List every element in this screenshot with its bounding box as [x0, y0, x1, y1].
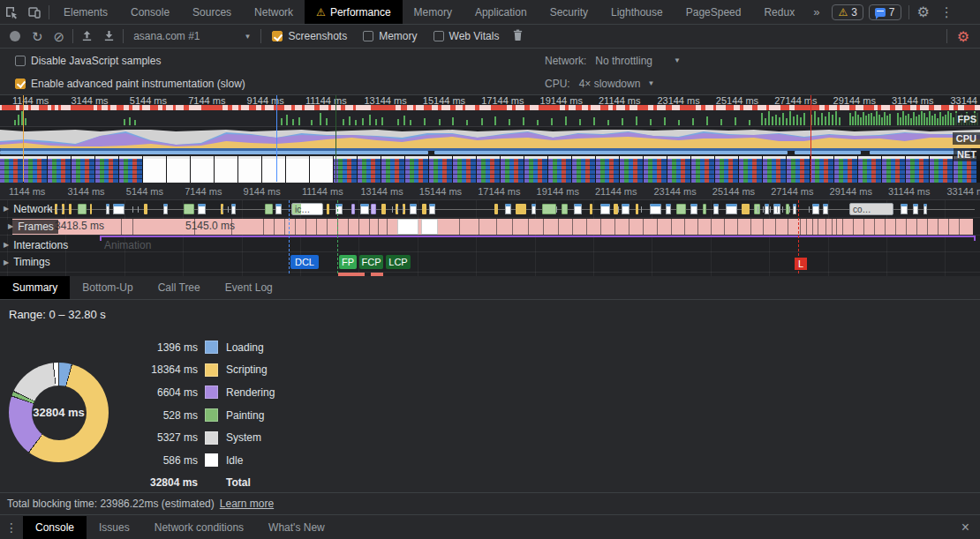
screenshot-thumbnail[interactable]	[501, 156, 524, 183]
screenshot-thumbnail[interactable]	[810, 156, 833, 183]
screenshot-thumbnail[interactable]	[596, 156, 619, 183]
cpu-throttling-select[interactable]: 4× slowdown ▼	[579, 78, 655, 90]
record-button[interactable]	[10, 31, 20, 41]
screenshot-thumbnail[interactable]	[667, 156, 690, 183]
network-request-bar[interactable]	[542, 204, 556, 214]
network-request-bar[interactable]	[562, 204, 568, 214]
screenshot-thumbnail[interactable]	[405, 156, 428, 183]
network-request-bar[interactable]	[676, 204, 686, 214]
load-event-marker[interactable]: L	[795, 258, 807, 270]
network-request-bar[interactable]	[690, 204, 697, 214]
screenshot-thumbnail[interactable]	[453, 156, 476, 183]
tab-elements[interactable]: Elements	[52, 0, 119, 24]
details-tab-summary[interactable]: Summary	[0, 276, 70, 299]
capture-settings-gear-icon[interactable]: ⚙	[950, 28, 976, 45]
screenshot-thumbnail[interactable]	[143, 156, 166, 183]
network-request-bar[interactable]	[351, 204, 355, 214]
tab-memory[interactable]: Memory	[403, 0, 464, 24]
screenshot-thumbnail[interactable]	[739, 156, 762, 183]
network-request-bar[interactable]	[381, 204, 386, 214]
network-request-bar[interactable]	[163, 204, 168, 214]
network-request-bar[interactable]	[574, 204, 582, 214]
learn-more-link[interactable]: Learn more	[220, 498, 274, 510]
screenshot-thumbnail[interactable]	[644, 156, 667, 183]
frames-track-header[interactable]: ▶ Frames	[4, 220, 58, 234]
tab-network[interactable]: Network	[243, 0, 305, 24]
drawer-menu-icon[interactable]: ⋮	[0, 520, 23, 535]
screenshot-thumbnail[interactable]	[0, 156, 23, 183]
screenshot-thumbnail[interactable]	[191, 156, 214, 183]
screenshot-thumbnail[interactable]	[524, 156, 547, 183]
screenshot-thumbnail[interactable]	[286, 156, 309, 183]
network-request-bar[interactable]	[742, 204, 750, 214]
screenshot-thumbnail[interactable]	[572, 156, 595, 183]
network-request-bar[interactable]	[622, 204, 629, 214]
timing-marker-dcl[interactable]: DCL	[290, 255, 319, 269]
network-throttling-select[interactable]: No throttling ▼	[595, 55, 681, 67]
network-request-bar[interactable]	[516, 204, 526, 214]
network-track-header[interactable]: ▶ Network	[4, 203, 52, 215]
network-request-bar[interactable]	[90, 204, 92, 214]
screenshot-thumbnail[interactable]	[95, 156, 118, 183]
drawer-tab-issues[interactable]: Issues	[87, 516, 142, 539]
tab-sources[interactable]: Sources	[181, 0, 243, 24]
drawer-tab-network-conditions[interactable]: Network conditions	[142, 516, 256, 539]
screenshot-thumbnail[interactable]	[429, 156, 452, 183]
network-request-bar[interactable]	[703, 204, 706, 214]
screenshot-thumbnail[interactable]	[381, 156, 404, 183]
memory-checkbox[interactable]: Memory	[363, 30, 417, 42]
network-request-labeled[interactable]: ic…	[291, 203, 323, 215]
network-request-bar[interactable]	[144, 204, 147, 214]
network-request-bar[interactable]	[113, 204, 124, 214]
network-request-bar[interactable]	[69, 204, 72, 214]
screenshot-filmstrip[interactable]	[0, 156, 980, 183]
main-menu-icon[interactable]: ⋮	[935, 5, 959, 19]
network-request-bar[interactable]	[327, 204, 329, 214]
network-request-bar[interactable]	[793, 204, 796, 214]
more-tabs-button[interactable]: »	[806, 0, 826, 24]
clear-recordings-icon[interactable]: ⊘	[49, 30, 71, 43]
tab-pagespeed[interactable]: PageSpeed	[675, 0, 753, 24]
details-tab-bottom-up[interactable]: Bottom-Up	[70, 276, 145, 299]
network-request-bar[interactable]	[600, 204, 610, 214]
device-toolbar-icon[interactable]	[23, 1, 46, 24]
advanced-paint-checkbox[interactable]: Enable advanced paint instrumentation (s…	[15, 78, 245, 90]
tab-lighthouse[interactable]: Lighthouse	[599, 0, 675, 24]
screenshot-thumbnail[interactable]	[763, 156, 786, 183]
network-request-bar[interactable]	[713, 204, 719, 214]
timeline-tracks[interactable]: 1144 ms3144 ms5144 ms7144 ms9144 ms11144…	[0, 183, 980, 276]
network-request-bar[interactable]	[422, 204, 426, 214]
screenshot-thumbnail[interactable]	[358, 156, 381, 183]
drawer-tab-what's-new[interactable]: What's New	[256, 516, 337, 539]
tab-security[interactable]: Security	[539, 0, 599, 24]
settings-gear-icon[interactable]: ⚙	[912, 5, 935, 19]
network-request-bar[interactable]	[78, 204, 87, 214]
tab-application[interactable]: Application	[464, 0, 539, 24]
network-request-labeled[interactable]: co…	[849, 203, 893, 215]
network-request-bar[interactable]	[636, 204, 638, 214]
screenshot-thumbnail[interactable]	[906, 156, 929, 183]
network-request-bar[interactable]	[184, 204, 194, 214]
screenshot-thumbnail[interactable]	[238, 156, 261, 183]
screenshot-thumbnail[interactable]	[334, 156, 357, 183]
tab-console[interactable]: Console	[119, 0, 181, 24]
timing-marker-fp[interactable]: FP	[339, 255, 357, 269]
profile-select[interactable]: asana.com #1 ▼	[126, 30, 258, 42]
network-request-bar[interactable]	[198, 204, 206, 214]
timeline-overview[interactable]: 1144 ms3144 ms5144 ms7144 ms9144 ms11144…	[0, 95, 980, 183]
network-request-bar[interactable]	[812, 204, 819, 214]
load-profile-icon[interactable]	[76, 30, 98, 43]
screenshot-thumbnail[interactable]	[72, 156, 94, 183]
screenshot-thumbnail[interactable]	[548, 156, 571, 183]
network-request-bar[interactable]	[360, 204, 369, 214]
network-request-bar[interactable]	[666, 204, 671, 214]
timing-marker-fcp[interactable]: FCP	[359, 255, 383, 269]
network-request-bar[interactable]	[106, 204, 109, 214]
error-warning-badge[interactable]: ⚠ 3	[832, 4, 863, 20]
close-drawer-icon[interactable]: ×	[951, 520, 980, 535]
screenshot-thumbnail[interactable]	[834, 156, 857, 183]
network-request-bar[interactable]	[410, 204, 417, 214]
timing-marker-lcp[interactable]: LCP	[386, 255, 411, 269]
reload-and-record-icon[interactable]: ↻	[26, 30, 49, 43]
screenshot-thumbnail[interactable]	[930, 156, 953, 183]
